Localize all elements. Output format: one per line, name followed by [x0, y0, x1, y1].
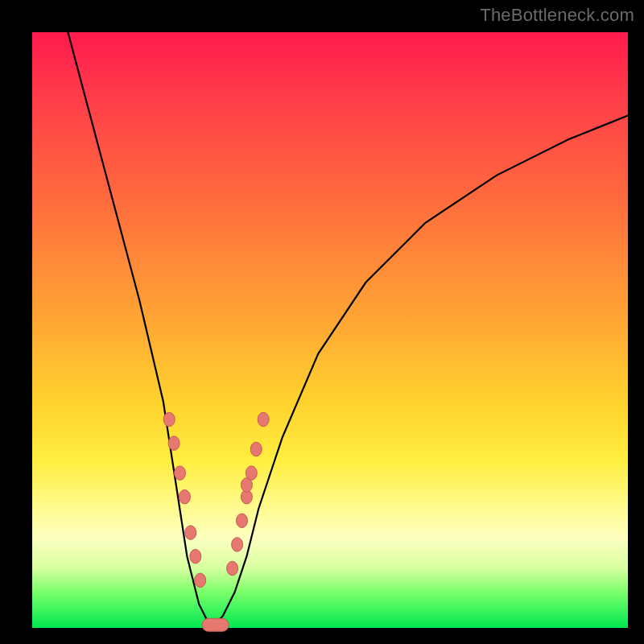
marker-dot: [175, 466, 186, 481]
plot-area: [32, 32, 628, 628]
marker-dot: [246, 466, 257, 481]
marker-dot: [232, 538, 243, 552]
marker-dot: [250, 442, 262, 456]
bottleneck-curve: [68, 32, 628, 628]
marker-dot: [227, 561, 238, 576]
watermark-text: TheBottleneck.com: [480, 5, 634, 26]
curve-svg: [32, 32, 628, 628]
marker-pill: [202, 618, 229, 631]
marker-dot: [258, 412, 269, 427]
marker-dot: [190, 549, 201, 564]
marker-dot: [168, 436, 180, 451]
marker-dot: [185, 526, 196, 540]
chart-canvas: TheBottleneck.com: [0, 0, 644, 644]
marker-dot: [179, 489, 190, 504]
curve-markers: [163, 412, 269, 631]
marker-dot: [195, 573, 206, 588]
marker-dot: [237, 514, 248, 528]
marker-dot: [163, 412, 175, 427]
